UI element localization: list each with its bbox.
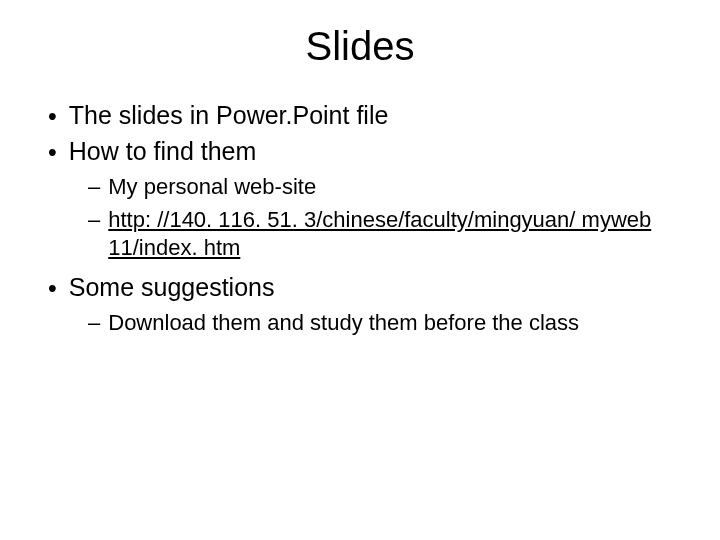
bullet-text-1: The slides in Power.Point file [69, 101, 389, 130]
bullet-text-3: Some suggestions [69, 273, 275, 302]
bullet-item-3: • Some suggestions [48, 273, 688, 303]
dash-icon: – [88, 173, 100, 202]
bullet-text-2: How to find them [69, 137, 257, 166]
sub-item-3-1: – Download them and study them before th… [88, 309, 688, 338]
dash-icon: – [88, 309, 100, 338]
bullet-item-2: • How to find them [48, 137, 688, 167]
slide-title: Slides [32, 24, 688, 69]
sub-text-2-1: My personal web-site [108, 173, 688, 202]
sub-item-2-1: – My personal web-site [88, 173, 688, 202]
sub-item-2-2: – http: //140. 116. 51. 3/chinese/facult… [88, 206, 688, 263]
bullet-icon: • [48, 273, 57, 303]
bullet-icon: • [48, 137, 57, 167]
sub-text-2-2-link[interactable]: http: //140. 116. 51. 3/chinese/faculty/… [108, 206, 688, 263]
bullet-icon: • [48, 101, 57, 131]
dash-icon: – [88, 206, 100, 235]
bullet-item-1: • The slides in Power.Point file [48, 101, 688, 131]
sub-text-3-1: Download them and study them before the … [108, 309, 688, 338]
